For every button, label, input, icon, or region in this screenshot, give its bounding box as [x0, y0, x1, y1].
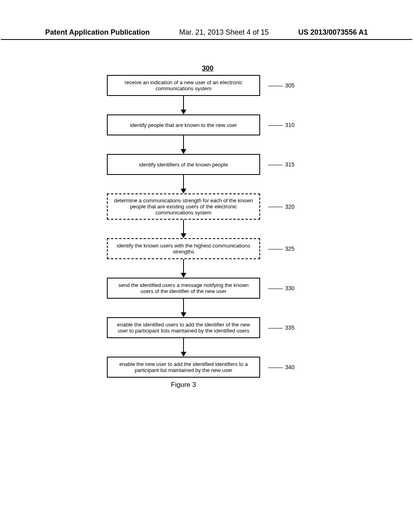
arrow-down-icon: [107, 175, 260, 193]
flow-step-335: enable the identified users to add the i…: [103, 317, 313, 338]
flow-step-320: determine a communications strength for …: [103, 193, 313, 220]
flow-step-315: identify identifiers of the known people…: [103, 154, 313, 175]
figure-number: 300: [103, 64, 313, 73]
ref-number: 335: [285, 324, 294, 331]
arrow-down-icon: [107, 96, 260, 114]
ref-label: 315: [268, 161, 294, 168]
header-mid: Mar. 21, 2013 Sheet 4 of 15: [179, 28, 269, 37]
leader-line: [268, 86, 283, 86]
arrow-down-icon: [107, 259, 260, 278]
flowchart: 300 receive an indication of a new user …: [103, 64, 313, 389]
arrow-down-icon: [107, 338, 260, 357]
flow-step-305: receive an indication of a new user of a…: [103, 75, 313, 96]
ref-number: 330: [285, 285, 294, 291]
ref-label: 330: [268, 285, 294, 291]
flow-step-310: identify people that are known to the ne…: [103, 114, 313, 135]
ref-label: 305: [268, 82, 294, 89]
ref-label: 340: [268, 364, 294, 370]
steps-container: receive an indication of a new user of a…: [103, 75, 313, 378]
page: Patent Application Publication Mar. 21, …: [0, 0, 413, 532]
ref-number: 325: [285, 245, 294, 252]
leader-line: [268, 328, 283, 328]
leader-line: [268, 125, 283, 126]
flow-box: enable the new user to add the identifie…: [107, 357, 260, 378]
flow-box: determine a communications strength for …: [107, 193, 260, 220]
ref-number: 310: [285, 122, 294, 128]
leader-line: [268, 207, 283, 207]
ref-label: 310: [268, 122, 294, 128]
flow-box: enable the identified users to add the i…: [107, 317, 260, 338]
leader-line: [268, 165, 283, 165]
flow-box: identify people that are known to the ne…: [107, 114, 260, 135]
flow-box: identify the known users with the highes…: [107, 238, 260, 259]
flow-step-325: identify the known users with the highes…: [103, 238, 313, 259]
flow-box: identify identifiers of the known people: [107, 154, 260, 175]
leader-line: [268, 289, 283, 289]
ref-label: 325: [268, 245, 294, 252]
flow-box: send the identified users a message noti…: [107, 278, 260, 299]
arrow-down-icon: [107, 135, 260, 154]
ref-number: 340: [285, 364, 294, 370]
leader-line: [268, 249, 283, 249]
header-left: Patent Application Publication: [45, 28, 150, 37]
figure-caption: Figure 3: [107, 381, 260, 389]
ref-number: 305: [285, 82, 294, 89]
leader-line: [268, 368, 283, 368]
flow-step-330: send the identified users a message noti…: [103, 278, 313, 299]
ref-number: 320: [285, 204, 294, 210]
ref-label: 335: [268, 324, 294, 331]
flow-box: receive an indication of a new user of a…: [107, 75, 260, 96]
ref-number: 315: [285, 161, 294, 168]
ref-label: 320: [268, 204, 294, 210]
arrow-down-icon: [107, 299, 260, 317]
header-right: US 2013/0073556 A1: [298, 28, 368, 37]
page-header: Patent Application Publication Mar. 21, …: [1, 28, 412, 40]
flow-step-340: enable the new user to add the identifie…: [103, 357, 313, 378]
arrow-down-icon: [107, 220, 260, 238]
